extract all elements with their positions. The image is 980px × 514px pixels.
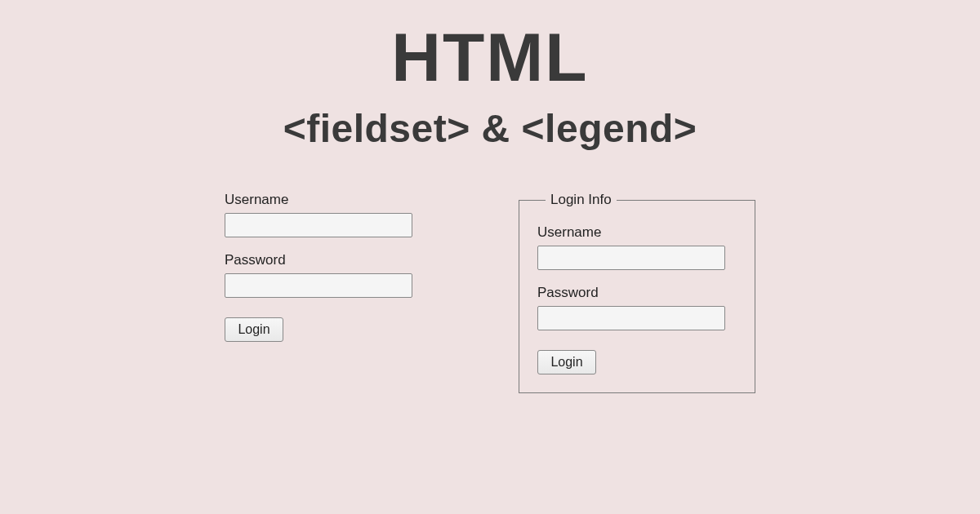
page-subtitle: <fieldset> & <legend>: [283, 106, 697, 151]
password-label: Password: [537, 285, 737, 301]
password-field-group: Password: [225, 252, 421, 298]
username-label: Username: [537, 224, 737, 241]
password-field-group: Password: [537, 285, 737, 330]
username-field-group: Username: [537, 224, 737, 270]
password-label: Password: [225, 252, 421, 268]
plain-login-form: Username Password Login: [225, 192, 421, 342]
username-input[interactable]: [225, 213, 412, 237]
forms-row: Username Password Login Login Info Usern…: [225, 192, 755, 393]
password-input[interactable]: [225, 273, 412, 298]
username-input[interactable]: [537, 246, 725, 270]
page-container: HTML <fieldset> & <legend> Username Pass…: [0, 0, 980, 514]
fieldset-login-form: Login Info Username Password Login: [519, 192, 755, 393]
username-field-group: Username: [225, 192, 421, 237]
page-title: HTML: [391, 23, 588, 91]
fieldset-legend: Login Info: [546, 192, 617, 208]
username-label: Username: [225, 192, 421, 208]
login-button[interactable]: Login: [225, 317, 283, 342]
login-button[interactable]: Login: [537, 350, 596, 374]
password-input[interactable]: [537, 306, 725, 330]
